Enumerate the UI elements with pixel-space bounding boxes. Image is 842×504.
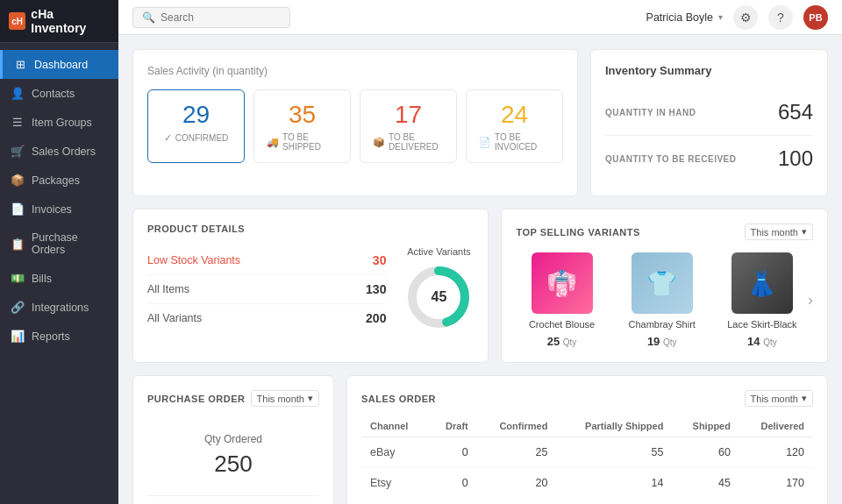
activity-num-delivered: 17 bbox=[395, 101, 422, 129]
table-cell: 60 bbox=[672, 437, 739, 468]
main-area: 🔍 Patricia Boyle ▾ ⚙ ? PB Sales Activity… bbox=[118, 0, 842, 504]
avatar[interactable]: PB bbox=[803, 5, 828, 30]
sidebar-item-packages[interactable]: 📦Packages bbox=[0, 166, 118, 195]
table-header: Draft bbox=[429, 415, 477, 437]
chevron-down-icon: ▾ bbox=[308, 393, 313, 404]
ts-qty-label: Qty bbox=[663, 337, 677, 347]
search-input[interactable] bbox=[161, 11, 281, 24]
search-icon: 🔍 bbox=[142, 11, 155, 24]
ts-item: 👕 Chambray Shirt 19 Qty bbox=[617, 252, 708, 348]
sidebar-item-purchase-orders[interactable]: 📋Purchase Orders bbox=[0, 224, 118, 264]
nav-icon-invoices: 📄 bbox=[11, 202, 25, 216]
ts-item: 👗 Lace Skirt-Black 14 Qty bbox=[717, 252, 808, 348]
so-month-select[interactable]: This month ▾ bbox=[745, 390, 813, 407]
sidebar-item-dashboard[interactable]: ⊞Dashboard bbox=[0, 50, 118, 79]
ts-cloth-icon: 👗 bbox=[746, 269, 777, 298]
ts-item: 👘 Crochet Blouse 25 Qty bbox=[516, 252, 607, 348]
pd-stat-label: All Variants bbox=[147, 312, 202, 324]
nav-label-contacts: Contacts bbox=[32, 88, 75, 100]
donut-value: 45 bbox=[432, 289, 447, 305]
settings-icon[interactable]: ⚙ bbox=[733, 5, 758, 30]
sidebar-nav: ⊞Dashboard👤Contacts☰Item Groups🛒Sales Or… bbox=[0, 43, 118, 504]
activity-label-delivered: 📦 TO BE DELIVERED bbox=[373, 132, 444, 152]
ts-name: Chambray Shirt bbox=[628, 319, 695, 330]
inv-value: 654 bbox=[778, 100, 813, 124]
sidebar-item-sales-orders[interactable]: 🛒Sales Orders bbox=[0, 137, 118, 166]
table-cell: 20 bbox=[477, 468, 557, 499]
activity-card-invoiced[interactable]: 24 📄 TO BE INVOICED bbox=[466, 89, 563, 163]
sidebar-item-reports[interactable]: 📊Reports bbox=[0, 322, 118, 351]
nav-label-bills: Bills bbox=[32, 273, 52, 285]
nav-label-integrations: Integrations bbox=[32, 302, 89, 314]
ts-qty: 14 Qty bbox=[747, 335, 777, 348]
chevron-down-icon: ▾ bbox=[718, 12, 723, 22]
inv-label: QUANTITY TO BE RECEIVED bbox=[605, 154, 736, 164]
ts-items: 👘 Crochet Blouse 25 Qty 👕 Chambray Shirt… bbox=[516, 252, 808, 348]
user-menu[interactable]: Patricia Boyle ▾ bbox=[646, 11, 723, 24]
sales-activity-title: Sales Activity (in quantity) bbox=[147, 64, 563, 77]
nav-icon-contacts: 👤 bbox=[11, 87, 25, 100]
ts-next-button[interactable]: › bbox=[808, 291, 813, 309]
table-header: Delivered bbox=[739, 415, 813, 437]
sidebar-item-integrations[interactable]: 🔗Integrations bbox=[0, 293, 118, 322]
nav-icon-integrations: 🔗 bbox=[11, 301, 25, 314]
sidebar: cH cHa Inventory ⊞Dashboard👤Contacts☰Ite… bbox=[0, 0, 118, 504]
pd-stats: Low Stock Variants30All Items130All Vari… bbox=[147, 246, 386, 332]
table-cell: 25 bbox=[477, 437, 557, 468]
activity-card-confirmed[interactable]: 29 ✓ CONFIRMED bbox=[147, 89, 245, 163]
table-cell: 55 bbox=[556, 437, 672, 468]
sidebar-item-bills[interactable]: 💵Bills bbox=[0, 264, 118, 293]
sales-order-panel: SALES ORDER This month ▾ ChannelDraftCon… bbox=[346, 375, 828, 504]
mid-row: PRODUCT DETAILS Low Stock Variants30All … bbox=[132, 209, 828, 363]
ts-header: TOP SELLING VARIANTS This month ▾ bbox=[516, 224, 813, 240]
activity-label-invoiced: 📄 TO BE INVOICED bbox=[479, 132, 550, 152]
help-icon[interactable]: ? bbox=[768, 5, 793, 30]
nav-icon-purchase-orders: 📋 bbox=[11, 238, 25, 251]
activity-card-delivered[interactable]: 17 📦 TO BE DELIVERED bbox=[360, 89, 457, 163]
po-period: This month bbox=[257, 394, 304, 404]
sidebar-item-item-groups[interactable]: ☰Item Groups bbox=[0, 108, 118, 137]
sidebar-item-invoices[interactable]: 📄Invoices bbox=[0, 195, 118, 224]
ts-qty: 19 Qty bbox=[647, 335, 677, 348]
ts-month-select[interactable]: This month ▾ bbox=[745, 224, 813, 240]
ts-qty-label: Qty bbox=[563, 337, 577, 347]
pd-stat-label[interactable]: Low Stock Variants bbox=[147, 254, 240, 266]
top-selling-panel: TOP SELLING VARIANTS This month ▾ 👘 Croc… bbox=[501, 209, 828, 363]
so-title: SALES ORDER bbox=[361, 394, 436, 404]
inv-row: QUANTITY IN HAND654 bbox=[605, 89, 813, 136]
activity-label-confirmed: ✓ CONFIRMED bbox=[164, 132, 229, 144]
app-logo: cH cHa Inventory bbox=[0, 0, 118, 43]
pd-stat-row: All Items130 bbox=[147, 275, 386, 304]
ts-img: 👗 bbox=[731, 252, 793, 314]
nav-label-sales-orders: Sales Orders bbox=[32, 146, 96, 158]
topbar-right: Patricia Boyle ▾ ⚙ ? PB bbox=[646, 5, 828, 30]
po-month-select[interactable]: This month ▾ bbox=[251, 390, 319, 407]
po-stats: Qty Ordered 250 Total Cost $12574.00 bbox=[147, 415, 319, 504]
search-box[interactable]: 🔍 bbox=[132, 7, 290, 28]
activity-label-shipped: 🚚 TO BE SHIPPED bbox=[267, 132, 338, 152]
inventory-summary-title: Inventory Summary bbox=[605, 64, 813, 77]
inventory-summary-panel: Inventory Summary QUANTITY IN HAND654QUA… bbox=[590, 49, 828, 196]
logo-icon: cH bbox=[9, 12, 25, 30]
inv-row: QUANTITY TO BE RECEIVED100 bbox=[605, 136, 813, 181]
activity-card-shipped[interactable]: 35 🚚 TO BE SHIPPED bbox=[253, 89, 351, 163]
table-row: eBay0255560120 bbox=[361, 437, 813, 468]
nav-label-purchase-orders: Purchase Orders bbox=[32, 231, 108, 256]
sales-order-tbody: eBay0255560120Etsy0201445170 bbox=[361, 437, 813, 499]
sidebar-item-contacts[interactable]: 👤Contacts bbox=[0, 79, 118, 108]
inv-value: 100 bbox=[778, 146, 813, 171]
donut-chart: 45 bbox=[403, 262, 474, 332]
table-header: Channel bbox=[361, 415, 429, 437]
table-header: Confirmed bbox=[477, 415, 557, 437]
table-row: Etsy0201445170 bbox=[361, 468, 813, 499]
donut-label: Active Variants bbox=[407, 246, 471, 257]
nav-icon-packages: 📦 bbox=[11, 174, 25, 187]
nav-icon-dashboard: ⊞ bbox=[13, 58, 27, 71]
nav-label-invoices: Invoices bbox=[32, 203, 72, 216]
nav-icon-sales-orders: 🛒 bbox=[11, 145, 25, 158]
nav-label-dashboard: Dashboard bbox=[34, 59, 88, 71]
delivered-icon: 📦 bbox=[373, 137, 385, 148]
content: Sales Activity (in quantity) 29 ✓ CONFIR… bbox=[118, 35, 842, 504]
activity-num-confirmed: 29 bbox=[182, 101, 210, 129]
table-cell: 0 bbox=[429, 468, 477, 499]
